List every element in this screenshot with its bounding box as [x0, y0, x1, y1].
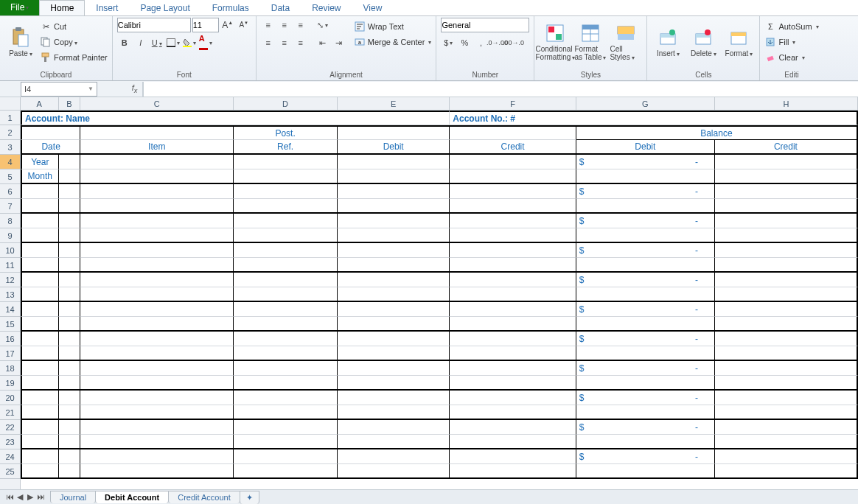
number-format-combo[interactable]: [441, 18, 529, 32]
clear-button[interactable]: Clear: [764, 50, 818, 65]
cell[interactable]: [59, 287, 81, 302]
cell[interactable]: Post.: [234, 125, 338, 140]
cell[interactable]: [59, 449, 81, 464]
col-header-F[interactable]: F: [450, 97, 576, 110]
cell[interactable]: [338, 405, 450, 420]
cell[interactable]: [59, 273, 81, 287]
cell[interactable]: [21, 125, 80, 140]
cell[interactable]: [234, 228, 338, 243]
currency-button[interactable]: $: [441, 35, 456, 50]
cell[interactable]: [234, 376, 338, 391]
cell[interactable]: Item: [80, 140, 234, 155]
new-sheet-button[interactable]: ✦: [240, 491, 259, 504]
cell[interactable]: [59, 258, 81, 273]
autosum-button[interactable]: ΣAutoSum: [764, 19, 818, 34]
cell[interactable]: [576, 405, 715, 420]
cell[interactable]: [21, 243, 59, 258]
cell[interactable]: [80, 332, 234, 346]
cell[interactable]: Credit: [715, 140, 858, 155]
cell[interactable]: [715, 405, 858, 420]
cell[interactable]: [338, 317, 450, 332]
font-name-combo[interactable]: [117, 18, 191, 32]
underline-button[interactable]: U: [150, 35, 164, 50]
cell[interactable]: $-: [576, 273, 715, 287]
row-header-25[interactable]: 25: [0, 464, 20, 479]
cell[interactable]: [80, 214, 234, 228]
row-header-8[interactable]: 8: [0, 214, 20, 228]
cell[interactable]: [338, 449, 450, 464]
cell[interactable]: $-: [576, 184, 715, 199]
row-header-20[interactable]: 20: [0, 391, 20, 405]
cell[interactable]: [21, 420, 59, 435]
cell[interactable]: [715, 287, 858, 302]
cell[interactable]: [715, 228, 858, 243]
cell[interactable]: [234, 258, 338, 273]
cell[interactable]: $-: [576, 391, 715, 405]
row-header-19[interactable]: 19: [0, 376, 20, 391]
cell[interactable]: [338, 287, 450, 302]
cell[interactable]: [234, 420, 338, 435]
cell[interactable]: [21, 228, 59, 243]
cell[interactable]: [338, 199, 450, 214]
row-header-7[interactable]: 7: [0, 199, 20, 214]
wrap-text-button[interactable]: Wrap Text: [354, 19, 432, 34]
row-header-14[interactable]: 14: [0, 302, 20, 317]
format-cells-button[interactable]: Format: [722, 18, 755, 66]
align-center-button[interactable]: ≡: [277, 35, 292, 50]
row-header-16[interactable]: 16: [0, 332, 20, 346]
align-bottom-button[interactable]: ≡: [293, 18, 308, 32]
cell[interactable]: [450, 184, 576, 199]
cell[interactable]: [715, 449, 858, 464]
cell[interactable]: [338, 346, 450, 361]
cell[interactable]: [338, 169, 450, 184]
cell[interactable]: [576, 376, 715, 391]
cell[interactable]: [450, 214, 576, 228]
cell[interactable]: [338, 435, 450, 449]
cell[interactable]: [715, 184, 858, 199]
cell[interactable]: [80, 435, 234, 449]
col-header-H[interactable]: H: [715, 97, 858, 110]
row-header-11[interactable]: 11: [0, 258, 20, 273]
cell[interactable]: [338, 332, 450, 346]
cell[interactable]: [21, 258, 59, 273]
cell[interactable]: [576, 199, 715, 214]
cell[interactable]: [80, 346, 234, 361]
cell[interactable]: [80, 243, 234, 258]
cut-button[interactable]: ✂Cut: [40, 19, 108, 34]
cell[interactable]: [338, 302, 450, 317]
cell[interactable]: [450, 464, 576, 479]
cell[interactable]: [59, 420, 81, 435]
cell[interactable]: Month: [21, 169, 59, 184]
cell[interactable]: [59, 317, 81, 332]
cell[interactable]: [80, 155, 234, 169]
cell[interactable]: Account No.: #: [450, 111, 858, 125]
cell[interactable]: [21, 449, 59, 464]
row-header-12[interactable]: 12: [0, 273, 20, 287]
align-left-button[interactable]: ≡: [261, 35, 276, 50]
cell[interactable]: [715, 464, 858, 479]
row-header-6[interactable]: 6: [0, 184, 20, 199]
row-header-21[interactable]: 21: [0, 405, 20, 420]
cell[interactable]: Balance: [576, 125, 858, 140]
align-right-button[interactable]: ≡: [293, 35, 308, 50]
cell[interactable]: [234, 155, 338, 169]
tab-nav-last[interactable]: ⏭: [35, 492, 46, 502]
cell[interactable]: [59, 464, 81, 479]
cell[interactable]: [234, 302, 338, 317]
row-header-23[interactable]: 23: [0, 435, 20, 449]
cell[interactable]: [234, 391, 338, 405]
cell[interactable]: [59, 361, 81, 376]
cell[interactable]: $-: [576, 332, 715, 346]
cell[interactable]: $-: [576, 449, 715, 464]
row-header-24[interactable]: 24: [0, 449, 20, 464]
cell[interactable]: [715, 317, 858, 332]
cell[interactable]: [59, 169, 81, 184]
cell[interactable]: $-: [576, 155, 715, 169]
cell[interactable]: [338, 361, 450, 376]
border-button[interactable]: [166, 35, 181, 50]
cell[interactable]: [21, 199, 59, 214]
cell[interactable]: [80, 228, 234, 243]
cell[interactable]: [715, 273, 858, 287]
cell[interactable]: [450, 332, 576, 346]
format-painter-button[interactable]: Format Painter: [40, 50, 108, 65]
